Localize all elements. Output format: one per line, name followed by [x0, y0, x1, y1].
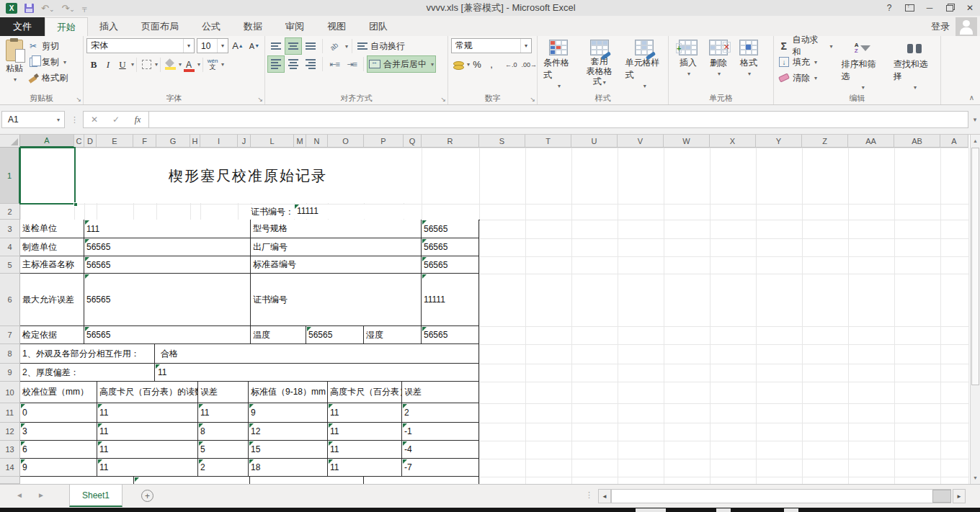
tab-team[interactable]: 团队 — [357, 17, 399, 36]
tab-file[interactable]: 文件 — [0, 17, 45, 36]
cell[interactable]: 56565 — [422, 238, 479, 256]
cell[interactable]: 检定依据 — [20, 326, 84, 344]
cert-label-cell[interactable]: 证书编号： — [216, 206, 294, 220]
row-header-11[interactable]: 11 — [0, 403, 20, 423]
horizontal-scrollbar[interactable] — [611, 489, 951, 503]
clipboard-dialog-launcher[interactable]: ↘ — [76, 96, 81, 103]
select-all-button[interactable] — [0, 135, 20, 148]
cell[interactable]: 11 — [328, 423, 402, 441]
row-header-15-partial[interactable] — [0, 477, 20, 484]
scroll-down-button[interactable]: ▼ — [971, 472, 980, 484]
redo-icon[interactable]: ↷⌄ — [61, 3, 74, 14]
column-header-E[interactable]: E — [97, 135, 133, 148]
orientation-button[interactable]: ab — [326, 38, 342, 54]
restore-button[interactable] — [940, 0, 960, 16]
horizontal-scrollbar-thumb[interactable] — [932, 490, 951, 503]
cell[interactable]: 111 — [84, 220, 251, 238]
column-header-N[interactable]: N — [306, 135, 328, 148]
help-button[interactable]: ? — [879, 0, 899, 16]
cell[interactable]: 2、厚度偏差： — [20, 364, 155, 382]
cell[interactable]: 9 — [249, 403, 328, 423]
previous-sheet-button[interactable]: ◄ — [16, 491, 23, 499]
cell[interactable]: 3 — [20, 423, 97, 441]
column-header-O[interactable]: O — [328, 135, 364, 148]
close-button[interactable]: ✕ — [960, 0, 980, 16]
cell[interactable]: 证书编号 — [251, 274, 422, 326]
cert-value-cell[interactable]: 11111 — [297, 206, 355, 220]
partial-row-cell[interactable] — [364, 477, 479, 484]
column-header-J[interactable]: J — [238, 135, 251, 148]
name-box-splitter[interactable]: ⋮ — [65, 115, 83, 125]
cell[interactable]: 56565 — [84, 274, 251, 326]
row-header-3[interactable]: 3 — [0, 220, 20, 238]
column-header-G[interactable]: G — [156, 135, 190, 148]
grow-font-button[interactable]: A▲ — [231, 38, 245, 53]
ribbon-display-options-button[interactable] — [899, 0, 919, 16]
cell[interactable]: 56565 — [84, 238, 251, 256]
cell[interactable]: 2 — [198, 459, 249, 477]
cell[interactable]: 合格 — [155, 344, 479, 364]
sort-filter-button[interactable]: AZ 排序和筛选▾ — [839, 38, 886, 93]
sheet-title-cell[interactable]: 楔形塞尺校准原始记录 — [75, 148, 421, 204]
row-header-9[interactable]: 9 — [0, 364, 20, 382]
cut-button[interactable]: ✂剪切 — [26, 38, 69, 54]
scroll-right-button[interactable]: ► — [953, 489, 966, 503]
view-normal-button[interactable] — [636, 508, 666, 512]
row-header-14[interactable]: 14 — [0, 459, 20, 477]
cell[interactable]: 11 — [97, 441, 198, 459]
tab-data[interactable]: 数据 — [232, 17, 274, 36]
format-cells-button[interactable]: 格式▾ — [736, 38, 761, 93]
cell[interactable]: 0 — [20, 403, 97, 423]
format-as-table-button[interactable]: 套用表格格式▾ — [579, 38, 619, 93]
new-sheet-button[interactable]: + — [141, 490, 153, 502]
cal-header-cell[interactable]: 校准位置（mm） — [20, 382, 97, 403]
wrap-text-button[interactable]: 自动换行 — [356, 38, 406, 54]
view-page-layout-button[interactable] — [716, 508, 731, 512]
cell[interactable]: 制造单位 — [20, 238, 84, 256]
column-header-M[interactable]: M — [294, 135, 306, 148]
align-center-button[interactable] — [285, 56, 301, 72]
chevron-down-icon[interactable]: ▾ — [183, 39, 194, 53]
percent-style-button[interactable]: % — [470, 57, 484, 72]
delete-cells-button[interactable]: ✕ 删除▾ — [706, 38, 731, 93]
cell[interactable]: 1、外观及各部分分相互作用： — [20, 344, 155, 364]
cell[interactable]: 标准器编号 — [251, 256, 422, 274]
cell[interactable]: 11 — [97, 459, 198, 477]
row-header-6[interactable]: 6 — [0, 274, 20, 326]
cell[interactable]: 11 — [198, 403, 249, 423]
cell[interactable]: 56565 — [306, 326, 364, 344]
tab-home[interactable]: 开始 — [45, 17, 88, 36]
tab-scrollbar-splitter[interactable]: ⋮ — [585, 490, 593, 500]
chevron-down-icon[interactable]: ▾ — [57, 117, 64, 123]
fill-color-button[interactable] — [163, 57, 177, 72]
tab-review[interactable]: 审阅 — [274, 17, 316, 36]
find-select-button[interactable]: 查找和选择▾ — [891, 38, 938, 93]
tab-formulas[interactable]: 公式 — [190, 17, 232, 36]
confirm-entry-icon[interactable]: ✓ — [105, 114, 127, 125]
partial-row-cell[interactable] — [250, 477, 364, 484]
format-painter-button[interactable]: 格式刷 — [26, 70, 69, 86]
partial-row-cell[interactable] — [20, 477, 134, 484]
cell[interactable]: 12 — [249, 423, 328, 441]
cell[interactable]: -4 — [402, 441, 479, 459]
cell[interactable]: 18 — [249, 459, 328, 477]
cal-header-cell[interactable]: 标准值（9-18）mm — [249, 382, 328, 403]
font-color-button[interactable]: A — [182, 57, 196, 72]
alignment-dialog-launcher[interactable]: ↘ — [440, 96, 446, 103]
insert-cells-button[interactable]: + 插入▾ — [676, 38, 700, 93]
cal-header-cell[interactable]: 误差 — [402, 382, 479, 403]
row-header-5[interactable]: 5 — [0, 256, 20, 274]
partial-row-cell[interactable] — [134, 477, 250, 484]
cell[interactable]: 主标准器名称 — [20, 256, 84, 274]
cal-header-cell[interactable]: 高度卡尺（百分表） — [328, 382, 402, 403]
row-header-1[interactable]: 1 — [0, 148, 20, 204]
cell[interactable]: -1 — [402, 423, 479, 441]
column-header-D[interactable]: D — [84, 135, 97, 148]
expand-formula-bar-icon[interactable]: ▾ — [970, 116, 980, 123]
column-header-Z[interactable]: Z — [802, 135, 848, 148]
column-header-P[interactable]: P — [364, 135, 404, 148]
save-icon[interactable] — [24, 4, 34, 13]
sheet-tab-sheet1[interactable]: Sheet1 — [69, 485, 122, 507]
cell[interactable]: 11111 — [422, 274, 479, 326]
column-header-S[interactable]: S — [479, 135, 525, 148]
